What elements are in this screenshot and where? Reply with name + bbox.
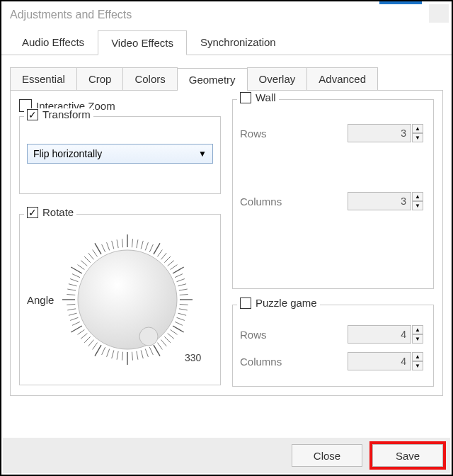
puzzle-cols-spinner: ▲ ▼	[348, 352, 423, 370]
svg-line-34	[137, 351, 138, 360]
svg-line-53	[67, 304, 76, 305]
tab-synchronization[interactable]: Synchronization	[187, 30, 289, 55]
svg-line-43	[93, 343, 98, 350]
main-tabs: Audio Effects Video Effects Synchronizat…	[1, 28, 452, 55]
puzzle-rows-input[interactable]	[348, 325, 411, 344]
svg-line-16	[179, 289, 188, 290]
svg-line-21	[178, 313, 187, 315]
svg-line-40	[107, 349, 110, 357]
wall-rows-input[interactable]	[348, 124, 411, 142]
svg-line-24	[173, 326, 184, 332]
angle-tick-value: 330	[185, 352, 201, 363]
subtab-geometry[interactable]: Geometry	[177, 68, 248, 91]
svg-line-46	[81, 334, 87, 339]
svg-line-22	[177, 317, 185, 320]
rotate-label: Rotate	[42, 206, 74, 218]
svg-line-68	[107, 242, 110, 250]
wall-cols-up[interactable]: ▲	[412, 192, 423, 201]
wall-rows-row: Rows ▲ ▼	[240, 124, 426, 142]
close-button[interactable]: Close	[292, 444, 362, 467]
svg-line-61	[78, 265, 85, 270]
svg-line-60	[71, 267, 83, 273]
svg-line-3	[142, 241, 144, 249]
svg-line-15	[178, 284, 187, 286]
svg-line-6	[154, 243, 160, 254]
wall-group: Wall Rows ▲ ▼ Columns	[232, 99, 434, 289]
footer: Close Save	[3, 438, 450, 473]
puzzle-cols-row: Columns ▲ ▼	[240, 352, 426, 370]
svg-line-41	[102, 347, 105, 355]
wall-rows-up[interactable]: ▲	[412, 124, 423, 133]
puzzle-cols-up[interactable]: ▲	[412, 352, 423, 361]
puzzle-label: Puzzle game	[256, 297, 317, 309]
svg-line-58	[71, 279, 79, 282]
rotate-group: Rotate Angle	[19, 214, 221, 385]
puzzle-group: Puzzle game Rows ▲ ▼ Columns	[232, 305, 434, 387]
svg-line-27	[165, 336, 171, 342]
tab-audio-effects[interactable]: Audio Effects	[8, 30, 98, 55]
puzzle-rows-down[interactable]: ▼	[412, 334, 423, 344]
save-button[interactable]: Save	[372, 444, 443, 467]
svg-line-1	[132, 239, 133, 247]
transform-label: Transform	[42, 108, 91, 120]
window-close-button[interactable]	[429, 4, 449, 23]
subtab-advanced[interactable]: Advanced	[306, 67, 378, 90]
transform-header: Transform	[24, 108, 93, 120]
svg-line-64	[88, 253, 94, 259]
svg-line-20	[179, 309, 188, 310]
puzzle-cols-label: Columns	[240, 356, 282, 368]
svg-line-57	[69, 284, 77, 286]
wall-cols-spinner: ▲ ▼	[348, 192, 423, 210]
svg-line-66	[95, 243, 101, 254]
wall-header: Wall	[237, 91, 279, 103]
svg-line-30	[154, 345, 160, 356]
svg-line-29	[158, 343, 163, 350]
subtab-essential[interactable]: Essential	[10, 67, 77, 90]
svg-line-69	[112, 241, 114, 249]
svg-line-70	[117, 239, 118, 248]
subtab-overlay[interactable]: Overlay	[247, 67, 308, 90]
tab-video-effects[interactable]: Video Effects	[98, 30, 187, 55]
svg-line-19	[180, 304, 188, 305]
svg-line-5	[150, 244, 154, 252]
svg-line-56	[68, 289, 76, 290]
wall-checkbox[interactable]	[240, 92, 251, 103]
puzzle-cols-input[interactable]	[348, 352, 411, 370]
svg-line-31	[150, 347, 154, 355]
wall-cols-input[interactable]	[348, 192, 411, 210]
rotate-checkbox[interactable]	[27, 207, 38, 218]
transform-group: Transform Flip horizontally ▼	[19, 116, 221, 194]
subtab-colors[interactable]: Colors	[122, 67, 177, 90]
svg-line-32	[146, 349, 149, 357]
transform-checkbox[interactable]	[27, 109, 38, 120]
svg-line-39	[112, 350, 114, 358]
svg-line-55	[67, 295, 76, 295]
svg-line-45	[85, 336, 91, 342]
chevron-down-icon: ▼	[198, 149, 207, 159]
puzzle-checkbox[interactable]	[240, 298, 251, 309]
puzzle-rows-up[interactable]: ▲	[412, 325, 423, 334]
right-column: Wall Rows ▲ ▼ Columns	[226, 99, 434, 387]
svg-line-42	[95, 345, 101, 356]
svg-point-72	[78, 250, 177, 349]
svg-line-71	[122, 239, 123, 247]
svg-line-51	[69, 313, 77, 315]
rotate-header: Rotate	[24, 206, 76, 218]
wall-rows-label: Rows	[240, 128, 267, 140]
subtab-crop[interactable]: Crop	[76, 67, 124, 90]
angle-dial[interactable]: 330	[57, 229, 198, 370]
wall-cols-down[interactable]: ▼	[412, 201, 423, 210]
wall-rows-down[interactable]: ▼	[412, 133, 423, 142]
dial-icon	[57, 229, 198, 370]
svg-line-17	[180, 295, 188, 295]
svg-line-4	[146, 242, 149, 250]
geometry-content: Interactive Zoom Transform Flip horizont…	[10, 91, 443, 396]
transform-select[interactable]: Flip horizontally ▼	[27, 144, 213, 164]
svg-line-59	[72, 274, 80, 278]
svg-line-50	[71, 317, 79, 320]
puzzle-cols-down[interactable]: ▼	[412, 361, 423, 370]
puzzle-header: Puzzle game	[237, 297, 320, 309]
transform-select-value: Flip horizontally	[33, 148, 102, 159]
window-title: Adjustments and Effects	[10, 8, 132, 21]
video-effects-panel: Essential Crop Colors Geometry Overlay A…	[1, 55, 452, 404]
